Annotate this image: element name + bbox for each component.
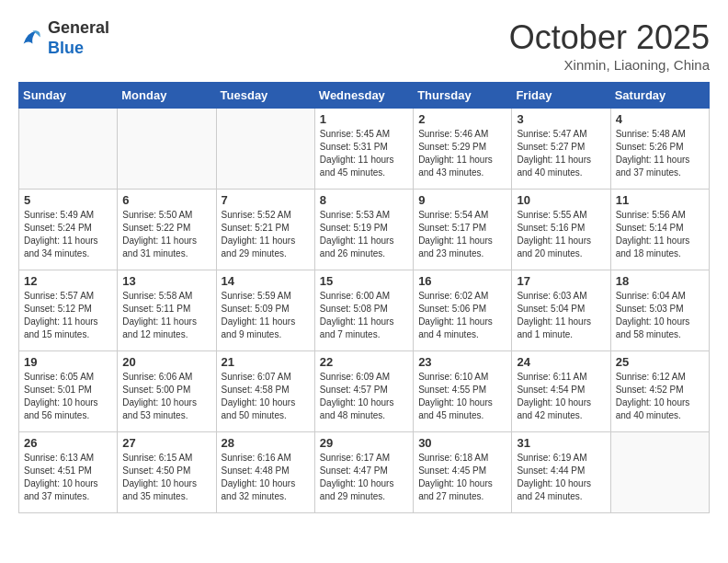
calendar-cell: 18Sunrise: 6:04 AM Sunset: 5:03 PM Dayli… [610, 270, 709, 351]
weekday-header-saturday: Saturday [610, 83, 709, 109]
day-info: Sunrise: 5:45 AM Sunset: 5:31 PM Dayligh… [320, 128, 408, 179]
day-number: 2 [418, 112, 506, 126]
calendar-cell: 23Sunrise: 6:10 AM Sunset: 4:55 PM Dayli… [414, 351, 512, 432]
day-info: Sunrise: 5:59 AM Sunset: 5:09 PM Dayligh… [222, 290, 310, 341]
calendar-cell: 15Sunrise: 6:00 AM Sunset: 5:08 PM Dayli… [314, 270, 413, 351]
calendar-cell: 2Sunrise: 5:46 AM Sunset: 5:29 PM Daylig… [414, 109, 512, 190]
day-info: Sunrise: 6:05 AM Sunset: 5:01 PM Dayligh… [24, 371, 112, 422]
day-info: Sunrise: 6:04 AM Sunset: 5:03 PM Dayligh… [616, 290, 704, 341]
calendar-cell [216, 109, 314, 190]
calendar-cell [610, 432, 709, 513]
weekday-header-monday: Monday [118, 83, 216, 109]
weekday-header-row: SundayMondayTuesdayWednesdayThursdayFrid… [19, 83, 710, 109]
day-info: Sunrise: 5:54 AM Sunset: 5:17 PM Dayligh… [418, 209, 506, 260]
calendar-week-row: 1Sunrise: 5:45 AM Sunset: 5:31 PM Daylig… [19, 109, 710, 190]
day-info: Sunrise: 6:18 AM Sunset: 4:45 PM Dayligh… [418, 452, 506, 503]
day-info: Sunrise: 6:09 AM Sunset: 4:57 PM Dayligh… [320, 371, 408, 422]
day-info: Sunrise: 5:58 AM Sunset: 5:11 PM Dayligh… [122, 290, 210, 341]
day-number: 10 [517, 193, 605, 207]
calendar-cell: 1Sunrise: 5:45 AM Sunset: 5:31 PM Daylig… [314, 109, 413, 190]
calendar-cell: 27Sunrise: 6:15 AM Sunset: 4:50 PM Dayli… [118, 432, 216, 513]
day-info: Sunrise: 6:13 AM Sunset: 4:51 PM Dayligh… [24, 452, 112, 503]
calendar-cell: 10Sunrise: 5:55 AM Sunset: 5:16 PM Dayli… [512, 190, 610, 270]
day-info: Sunrise: 5:49 AM Sunset: 5:24 PM Dayligh… [24, 209, 112, 260]
page-header: General Blue October 2025 Xinmin, Liaoni… [18, 18, 710, 73]
day-number: 22 [320, 355, 408, 369]
logo-text: General Blue [48, 18, 109, 58]
day-info: Sunrise: 6:19 AM Sunset: 4:44 PM Dayligh… [517, 452, 605, 503]
day-number: 31 [517, 436, 605, 450]
calendar-table: SundayMondayTuesdayWednesdayThursdayFrid… [18, 82, 710, 513]
logo-icon [18, 26, 44, 52]
day-number: 1 [320, 112, 408, 126]
calendar-cell: 19Sunrise: 6:05 AM Sunset: 5:01 PM Dayli… [19, 351, 118, 432]
calendar-cell: 6Sunrise: 5:50 AM Sunset: 5:22 PM Daylig… [118, 190, 216, 270]
weekday-header-thursday: Thursday [414, 83, 512, 109]
weekday-header-friday: Friday [512, 83, 610, 109]
day-number: 13 [122, 274, 210, 288]
calendar-cell [118, 109, 216, 190]
location-subtitle: Xinmin, Liaoning, China [509, 57, 710, 73]
day-info: Sunrise: 5:55 AM Sunset: 5:16 PM Dayligh… [517, 209, 605, 260]
day-number: 27 [122, 436, 210, 450]
day-number: 24 [517, 355, 605, 369]
day-info: Sunrise: 6:06 AM Sunset: 5:00 PM Dayligh… [122, 371, 210, 422]
day-number: 6 [122, 193, 210, 207]
day-info: Sunrise: 6:15 AM Sunset: 4:50 PM Dayligh… [122, 452, 210, 503]
calendar-cell: 12Sunrise: 5:57 AM Sunset: 5:12 PM Dayli… [19, 270, 118, 351]
calendar-cell: 7Sunrise: 5:52 AM Sunset: 5:21 PM Daylig… [216, 190, 314, 270]
calendar-cell: 16Sunrise: 6:02 AM Sunset: 5:06 PM Dayli… [414, 270, 512, 351]
day-info: Sunrise: 6:03 AM Sunset: 5:04 PM Dayligh… [517, 290, 605, 341]
calendar-cell: 26Sunrise: 6:13 AM Sunset: 4:51 PM Dayli… [19, 432, 118, 513]
day-info: Sunrise: 5:52 AM Sunset: 5:21 PM Dayligh… [222, 209, 310, 260]
day-number: 30 [418, 436, 506, 450]
day-info: Sunrise: 5:46 AM Sunset: 5:29 PM Dayligh… [418, 128, 506, 179]
calendar-cell: 29Sunrise: 6:17 AM Sunset: 4:47 PM Dayli… [314, 432, 413, 513]
day-number: 8 [320, 193, 408, 207]
day-number: 16 [418, 274, 506, 288]
day-number: 15 [320, 274, 408, 288]
weekday-header-sunday: Sunday [19, 83, 118, 109]
calendar-cell: 13Sunrise: 5:58 AM Sunset: 5:11 PM Dayli… [118, 270, 216, 351]
day-number: 17 [517, 274, 605, 288]
calendar-cell: 9Sunrise: 5:54 AM Sunset: 5:17 PM Daylig… [414, 190, 512, 270]
title-block: October 2025 Xinmin, Liaoning, China [509, 18, 710, 73]
calendar-cell: 3Sunrise: 5:47 AM Sunset: 5:27 PM Daylig… [512, 109, 610, 190]
day-info: Sunrise: 6:12 AM Sunset: 4:52 PM Dayligh… [616, 371, 704, 422]
day-info: Sunrise: 6:11 AM Sunset: 4:54 PM Dayligh… [517, 371, 605, 422]
calendar-cell: 28Sunrise: 6:16 AM Sunset: 4:48 PM Dayli… [216, 432, 314, 513]
calendar-cell: 31Sunrise: 6:19 AM Sunset: 4:44 PM Dayli… [512, 432, 610, 513]
month-title: October 2025 [509, 18, 710, 57]
day-number: 11 [616, 193, 704, 207]
day-number: 3 [517, 112, 605, 126]
day-number: 20 [122, 355, 210, 369]
day-number: 5 [24, 193, 112, 207]
calendar-cell: 22Sunrise: 6:09 AM Sunset: 4:57 PM Dayli… [314, 351, 413, 432]
day-info: Sunrise: 5:57 AM Sunset: 5:12 PM Dayligh… [24, 290, 112, 341]
calendar-cell: 8Sunrise: 5:53 AM Sunset: 5:19 PM Daylig… [314, 190, 413, 270]
calendar-cell: 21Sunrise: 6:07 AM Sunset: 4:58 PM Dayli… [216, 351, 314, 432]
day-number: 25 [616, 355, 704, 369]
day-info: Sunrise: 6:10 AM Sunset: 4:55 PM Dayligh… [418, 371, 506, 422]
calendar-week-row: 26Sunrise: 6:13 AM Sunset: 4:51 PM Dayli… [19, 432, 710, 513]
day-number: 23 [418, 355, 506, 369]
day-number: 26 [24, 436, 112, 450]
weekday-header-wednesday: Wednesday [314, 83, 413, 109]
calendar-week-row: 5Sunrise: 5:49 AM Sunset: 5:24 PM Daylig… [19, 190, 710, 270]
calendar-cell [19, 109, 118, 190]
day-number: 14 [222, 274, 310, 288]
weekday-header-tuesday: Tuesday [216, 83, 314, 109]
day-number: 12 [24, 274, 112, 288]
day-number: 4 [616, 112, 704, 126]
day-info: Sunrise: 6:02 AM Sunset: 5:06 PM Dayligh… [418, 290, 506, 341]
calendar-cell: 30Sunrise: 6:18 AM Sunset: 4:45 PM Dayli… [414, 432, 512, 513]
day-info: Sunrise: 5:50 AM Sunset: 5:22 PM Dayligh… [122, 209, 210, 260]
day-number: 18 [616, 274, 704, 288]
calendar-cell: 11Sunrise: 5:56 AM Sunset: 5:14 PM Dayli… [610, 190, 709, 270]
day-number: 9 [418, 193, 506, 207]
day-info: Sunrise: 5:56 AM Sunset: 5:14 PM Dayligh… [616, 209, 704, 260]
calendar-week-row: 12Sunrise: 5:57 AM Sunset: 5:12 PM Dayli… [19, 270, 710, 351]
calendar-cell: 25Sunrise: 6:12 AM Sunset: 4:52 PM Dayli… [610, 351, 709, 432]
day-info: Sunrise: 5:53 AM Sunset: 5:19 PM Dayligh… [320, 209, 408, 260]
day-info: Sunrise: 6:16 AM Sunset: 4:48 PM Dayligh… [222, 452, 310, 503]
